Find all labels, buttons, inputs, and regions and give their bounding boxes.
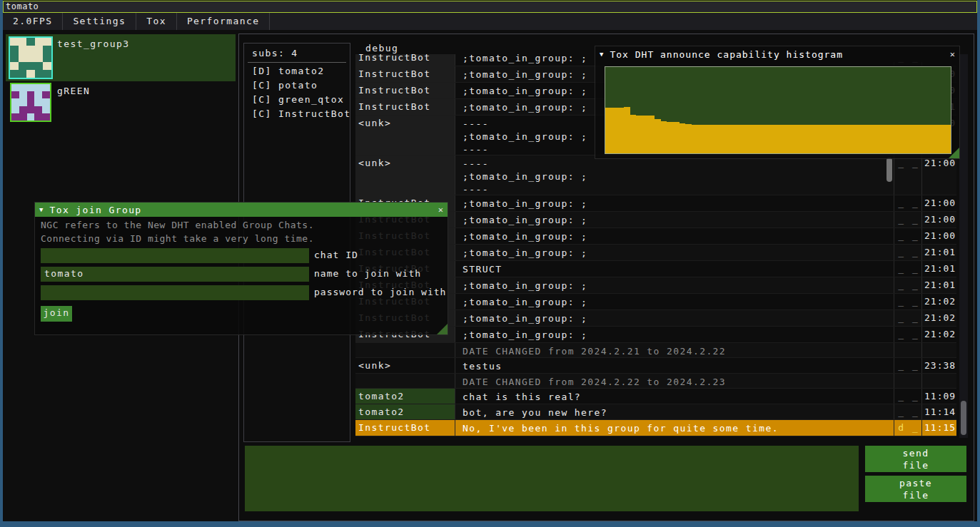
histogram-bar xyxy=(759,125,766,153)
chat-scrollbar-grab[interactable] xyxy=(961,401,966,435)
dht-histogram-window: ▼ Tox DHT announce capability histogram … xyxy=(595,46,960,159)
histogram-bar xyxy=(741,125,747,153)
avatar-pixel xyxy=(27,91,35,98)
sender-name: InstructBot xyxy=(355,99,455,115)
group-list-item-gREEN[interactable]: gREEN xyxy=(6,81,236,123)
date-changed-text: DATE CHANGED from 2024.2.22 to 2024.2.23 xyxy=(455,374,894,388)
message-composer-input[interactable] xyxy=(245,446,859,511)
message-status-indicator: _ _ xyxy=(894,404,922,419)
message-status-indicator: _ _ xyxy=(894,228,922,244)
message-status-indicator: _ _ xyxy=(894,358,922,373)
os-title-bar[interactable]: tomato xyxy=(3,1,977,13)
avatar-pixel xyxy=(11,84,19,91)
avatar-pixel xyxy=(34,98,42,106)
join-window-title: Tox join Group xyxy=(49,205,141,215)
avatar-pixel xyxy=(42,113,50,121)
histogram-bar xyxy=(734,125,741,153)
histogram-bar xyxy=(778,125,784,153)
histogram-bar xyxy=(889,125,895,153)
avatar-pixel xyxy=(35,53,44,61)
message-timestamp xyxy=(922,374,956,388)
collapse-triangle-icon[interactable]: ▼ xyxy=(39,206,43,213)
histogram-bar xyxy=(920,125,926,153)
date-separator-row[interactable]: DATE CHANGED from 2024.2.21 to 2024.2.22 xyxy=(355,343,956,358)
subs-member[interactable]: [C] InstructBot xyxy=(244,106,350,120)
subs-member[interactable]: [C] green_qtox xyxy=(244,91,350,106)
avatar-pixel xyxy=(10,46,19,53)
histogram-window-title: Tox DHT announce capability histogram xyxy=(610,49,843,60)
join-password-input[interactable] xyxy=(41,285,309,300)
histogram-bar xyxy=(680,123,686,153)
message-status-indicator: _ _ xyxy=(894,155,922,195)
group-list-item-test_group3[interactable]: test_group3 xyxy=(6,34,236,81)
avatar-pixel xyxy=(42,106,50,113)
tab-debug[interactable]: debug xyxy=(365,43,398,53)
message-text: ;tomato_in_group: ; xyxy=(455,277,894,293)
avatar-pixel xyxy=(10,62,19,70)
join-name-input[interactable]: tomato xyxy=(41,267,309,282)
join-window-title-bar[interactable]: ▼ Tox join Group ✕ xyxy=(35,203,448,217)
avatar-pixel xyxy=(27,84,35,91)
avatar-pixel xyxy=(19,46,27,53)
message-cell-scrollbar[interactable] xyxy=(886,158,892,182)
avatar-pixel xyxy=(19,113,27,121)
histogram-window-title-bar[interactable]: ▼ Tox DHT announce capability histogram … xyxy=(595,46,959,62)
date-separator-row[interactable]: DATE CHANGED from 2024.2.22 to 2024.2.23 xyxy=(355,374,956,389)
message-status-indicator: _ _ xyxy=(894,212,922,227)
chat-message-row[interactable]: <unk>---- ;tomato_in_group: ; ----_ _21:… xyxy=(355,155,956,195)
message-timestamp: 21:01 xyxy=(922,245,956,260)
histogram-bar xyxy=(692,125,698,153)
chat-message-row[interactable]: InstructBotNo, I've been in this group f… xyxy=(355,420,956,436)
collapse-triangle-icon[interactable]: ▼ xyxy=(600,51,603,58)
message-text: ;tomato_in_group: ; xyxy=(455,327,894,342)
histogram-bar xyxy=(815,125,822,153)
message-timestamp xyxy=(922,343,956,357)
message-timestamp: 11:09 xyxy=(922,389,956,404)
avatar-pixel xyxy=(43,53,51,61)
histogram-bar xyxy=(624,107,630,153)
join-button[interactable]: join xyxy=(41,306,72,322)
avatar-pixel xyxy=(42,91,50,98)
chat-message-row[interactable]: tomato2bot, are you new here?_ _11:14 xyxy=(355,404,956,420)
avatar-pixel xyxy=(27,106,35,113)
subs-member[interactable]: [D] tomato2 xyxy=(244,63,350,77)
send-file-button[interactable]: send file xyxy=(865,446,966,472)
close-icon[interactable]: ✕ xyxy=(950,49,955,59)
avatar-pixel xyxy=(19,70,27,78)
message-timestamp: 23:38 xyxy=(922,358,956,373)
message-status-indicator: _ _ xyxy=(894,245,922,260)
menu-item-settings[interactable]: Settings xyxy=(63,13,136,30)
histogram-bar xyxy=(932,125,939,153)
message-status-indicator: _ _ xyxy=(894,310,922,326)
histogram-bar xyxy=(704,125,710,153)
resize-grip[interactable] xyxy=(437,324,448,334)
chat-message-row[interactable]: tomato2chat is this real?_ _11:09 xyxy=(355,389,956,404)
avatar-pixel xyxy=(10,70,19,78)
chat-id-input[interactable] xyxy=(41,248,309,263)
paste-file-button[interactable]: paste file xyxy=(865,476,966,502)
chat-message-row[interactable]: <unk>testus_ _23:38 xyxy=(355,358,956,374)
resize-grip[interactable] xyxy=(949,148,959,158)
chat-scrollbar[interactable] xyxy=(959,54,968,438)
window-frame-bottom xyxy=(0,521,980,527)
avatar-pixel xyxy=(19,106,27,113)
message-status-indicator: d _ xyxy=(894,420,922,436)
histogram-bar xyxy=(895,125,901,153)
window-frame-right xyxy=(977,0,980,527)
close-icon[interactable]: ✕ xyxy=(438,205,443,215)
tox-join-group-window: ▼ Tox join Group ✕ NGC refers to the New… xyxy=(34,202,448,335)
window-frame-left xyxy=(0,0,3,527)
histogram-bar xyxy=(914,125,920,153)
message-status-indicator: _ _ xyxy=(894,261,922,277)
subs-member[interactable]: [C] potato xyxy=(244,77,350,91)
avatar-pixel xyxy=(10,53,19,61)
menu-item-tox[interactable]: Tox xyxy=(136,13,177,30)
avatar-pixel xyxy=(43,62,51,70)
sender-name: <unk> xyxy=(355,155,455,195)
sender-name xyxy=(355,374,455,388)
histogram-bar xyxy=(667,122,673,153)
sender-name: tomato2 xyxy=(355,389,455,404)
avatar-pixel xyxy=(35,46,44,53)
message-status-indicator: _ _ xyxy=(894,294,922,309)
menu-item-performance[interactable]: Performance xyxy=(177,13,271,30)
